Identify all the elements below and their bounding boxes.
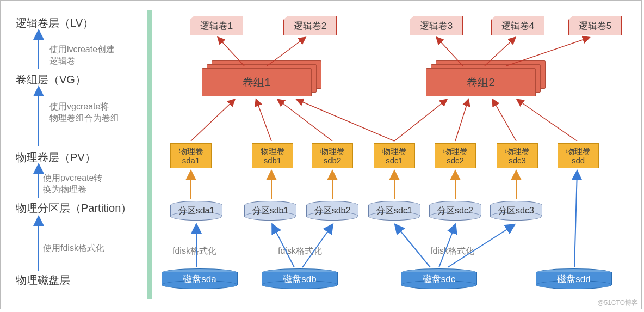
layer-title-disk: 物理磁盘层 (16, 273, 70, 287)
disk-cylinder: 磁盘sdb (262, 268, 338, 289)
partition-cylinder: 分区sdc1 (368, 201, 420, 221)
watermark: @51CTO博客 (597, 298, 638, 308)
partition-cylinder: 分区sdc2 (429, 201, 481, 221)
lv-label: 逻辑卷3 (420, 20, 453, 32)
lv-label: 逻辑卷1 (200, 20, 233, 32)
partition-cylinder: 分区sda1 (170, 201, 222, 221)
lv-box-2: 逻辑卷2 (283, 16, 337, 35)
lv-label: 逻辑卷5 (579, 20, 611, 32)
fdisk-note: fdisk格式化 (172, 246, 216, 257)
disk-cylinder: 磁盘sdd (536, 268, 612, 289)
svg-line-20 (297, 100, 394, 141)
lv-box-4: 逻辑卷4 (491, 16, 544, 35)
layer-note-lv: 使用lvcreate创建 逻辑卷 (49, 44, 115, 67)
lv-label: 逻辑卷2 (294, 20, 326, 32)
vg-label: 卷组1 (243, 75, 270, 90)
partition-cylinder: 分区sdb1 (244, 201, 296, 221)
svg-line-24 (517, 100, 577, 141)
pv-box: 物理卷sdb2 (312, 143, 353, 168)
layer-note-pv: 使用pvcreate转 换为物理卷 (43, 173, 102, 195)
pv-box: 物理卷sdc1 (374, 143, 415, 168)
partition-cylinder: 分区sdc3 (490, 201, 542, 221)
pv-box: 物理卷sda1 (170, 143, 212, 168)
vg-stack-2: 卷组2 (426, 60, 551, 93)
svg-line-17 (191, 100, 234, 141)
layer-title-lv: 逻辑卷层（LV） (16, 16, 94, 30)
pv-box: 物理卷sdb1 (252, 143, 293, 168)
pv-box: 物理卷sdc3 (497, 143, 538, 168)
svg-line-7 (395, 225, 430, 267)
disk-cylinder: 磁盘sda (162, 268, 238, 289)
layer-title-pv: 物理卷层（PV） (16, 150, 96, 165)
lv-label: 逻辑卷4 (501, 20, 534, 32)
pv-box: 物理卷sdc2 (435, 143, 476, 168)
svg-line-21 (394, 100, 447, 141)
fdisk-note: fdisk格式化 (430, 246, 474, 257)
partition-cylinder: 分区sdb2 (306, 201, 358, 221)
vg-label: 卷组2 (467, 75, 494, 90)
lv-box-1: 逻辑卷1 (190, 16, 243, 35)
layer-note-partition: 使用fdisk格式化 (43, 243, 104, 254)
disk-cylinder: 磁盘sdc (401, 268, 477, 289)
diagram-frame: 逻辑卷层（LV） 使用lvcreate创建 逻辑卷 卷组层（VG） 使用vgcr… (0, 0, 642, 309)
fdisk-note: fdisk格式化 (278, 246, 322, 257)
pv-box: 物理卷sdd (558, 143, 599, 168)
svg-line-18 (256, 100, 271, 141)
svg-line-19 (278, 100, 332, 141)
layer-title-partition: 物理分区层（Partition） (16, 201, 132, 216)
svg-line-10 (574, 172, 577, 267)
layer-title-vg: 卷组层（VG） (16, 72, 86, 87)
svg-line-23 (493, 100, 516, 141)
layer-note-vg: 使用vgcreate将 物理卷组合为卷组 (49, 101, 119, 124)
lv-box-5: 逻辑卷5 (568, 16, 622, 35)
lv-box-3: 逻辑卷3 (410, 16, 463, 35)
svg-line-22 (455, 100, 468, 141)
vg-stack-1: 卷组1 (202, 60, 327, 93)
vertical-divider (147, 10, 152, 299)
